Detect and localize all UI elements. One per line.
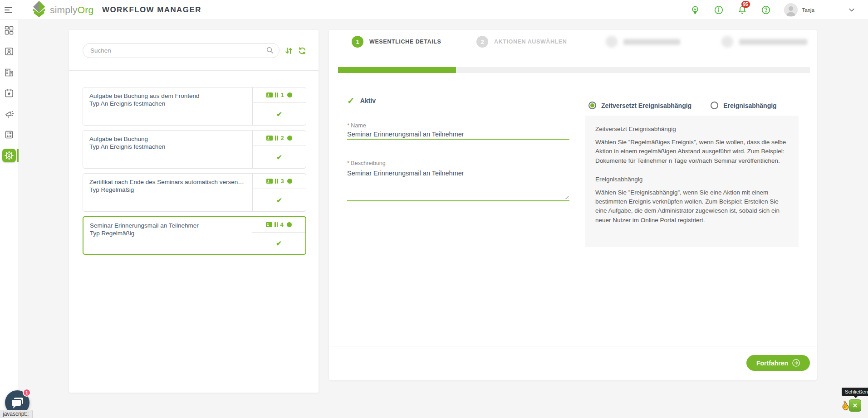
id-card-icon — [266, 222, 272, 227]
logo-diamond-icon — [30, 0, 48, 19]
radio-icon — [711, 102, 718, 109]
workflow-number: 2 — [280, 135, 284, 141]
workflow-title: Seminar Erinnerungsmail an Teilnehmer — [90, 222, 248, 229]
avatar — [784, 3, 798, 17]
workflow-card-selected[interactable]: Seminar Erinnerungsmail an Teilnehmer Ty… — [83, 216, 306, 255]
workflow-type: Typ Regelmäßig — [89, 186, 249, 193]
calculator-icon — [5, 130, 14, 139]
radio-zeitversetzt[interactable]: Zeitversetzt Ereignisabhängig — [588, 102, 691, 109]
step-blurred-3[interactable] — [606, 36, 680, 48]
workflow-card[interactable]: Aufgabe bei Buchung aus dem Frontend Typ… — [83, 87, 306, 126]
page-title: WORKFLOW MANAGER — [102, 0, 201, 20]
close-button[interactable]: ✕ — [849, 399, 861, 412]
check-icon: ✔ — [253, 189, 306, 211]
id-card-icon — [266, 136, 273, 141]
lightbulb-icon[interactable] — [690, 5, 701, 15]
company-icon — [5, 68, 14, 77]
step-essential-details[interactable]: 1 WESENTLICHE DETAILS — [352, 36, 441, 48]
user-menu[interactable]: Tanja — [784, 3, 815, 17]
step-blurred-4[interactable] — [721, 36, 807, 48]
info-section-text: Wählen Sie ”Regelmäßiges Ereignis”, wenn… — [595, 138, 789, 165]
resize-handle-icon[interactable] — [564, 194, 569, 199]
step-label-blurred — [623, 39, 680, 45]
step-label-blurred — [739, 39, 807, 45]
continue-label: Fortfahren — [756, 360, 788, 367]
radio-label: Ereignisabhängig — [723, 102, 776, 109]
sidebar-item-workflow-active[interactable] — [0, 145, 18, 166]
chat-unread-badge: 1 — [23, 389, 31, 397]
sidebar-item-billing[interactable] — [0, 124, 18, 145]
bars-icon — [275, 222, 278, 227]
id-card-icon — [266, 92, 273, 97]
user-name: Tanja — [802, 7, 815, 13]
workflow-type: Typ An Ereignis festmachen — [89, 100, 249, 107]
sort-icon[interactable] — [285, 47, 293, 54]
info-section-title: Ereignisabhängig — [595, 176, 789, 183]
bars-icon — [275, 92, 278, 97]
description-field-label: * Beschreibung — [347, 160, 386, 166]
calendar-star-icon — [5, 88, 14, 97]
workflow-type: Typ An Ereignis festmachen — [89, 143, 249, 150]
bars-icon — [275, 136, 278, 141]
step-number: 2 — [476, 36, 488, 48]
workflow-card-text: Aufgabe bei Buchung Typ An Ereignis fest… — [83, 131, 252, 168]
sidebar-item-dashboard[interactable] — [0, 20, 18, 41]
status-dot — [287, 222, 292, 227]
workflow-card-status: 4 ✔ — [252, 217, 305, 254]
workflow-list-panel: Aufgabe bei Buchung aus dem Frontend Typ… — [69, 30, 319, 393]
workflow-card-text: Zertifikat nach Ende des Seminars automa… — [83, 174, 252, 211]
info-icon[interactable] — [713, 5, 724, 15]
continue-button[interactable]: Fortfahren — [746, 355, 810, 371]
refresh-icon[interactable] — [298, 47, 306, 54]
workflow-badge: 1 — [253, 87, 306, 103]
footer-divider — [329, 346, 817, 346]
workflow-badge: 3 — [253, 174, 306, 189]
close-tooltip: Schließen — [842, 388, 868, 396]
search-input[interactable] — [83, 43, 280, 58]
check-icon: ✓ — [347, 96, 355, 105]
status-dot — [287, 179, 292, 184]
info-section-title: Zeitversetzt Ereignisabhängig — [595, 126, 789, 132]
workflow-manager-app: simplyOrg WORKFLOW MANAGER 95 — [0, 0, 868, 418]
status-dot — [287, 136, 292, 141]
menu-toggle-icon[interactable] — [5, 6, 14, 14]
description-value: Seminar Erinnerungsmail an Teilnehmer — [347, 170, 464, 177]
step-label: WESENTLICHE DETAILS — [369, 39, 441, 45]
workflow-title: Aufgabe bei Buchung — [89, 136, 249, 142]
active-label: Aktiv — [360, 97, 376, 104]
sidebar-item-events[interactable] — [0, 83, 18, 103]
progress-fill — [338, 67, 456, 73]
workflow-card-text: Seminar Erinnerungsmail an Teilnehmer Ty… — [83, 217, 252, 254]
browser-status-bar: javascript:; — [0, 410, 33, 418]
contacts-icon — [5, 47, 14, 56]
active-toggle[interactable]: ✓ Aktiv — [347, 96, 376, 105]
description-textarea[interactable]: Seminar Erinnerungsmail an Teilnehmer — [347, 166, 569, 201]
sidebar-item-company[interactable] — [0, 62, 18, 83]
bell-icon[interactable]: 95 — [737, 5, 748, 15]
trigger-type-radio-group: Zeitversetzt Ereignisabhängig Ereignisab… — [588, 102, 777, 109]
help-icon[interactable] — [760, 5, 771, 15]
chevron-down-icon[interactable] — [849, 8, 854, 12]
search-icon — [266, 47, 274, 56]
sidebar-item-marketing[interactable] — [0, 103, 18, 124]
top-bar: simplyOrg WORKFLOW MANAGER 95 — [0, 0, 868, 20]
workflow-type: Typ Regelmäßig — [90, 230, 248, 237]
radio-label: Zeitversetzt Ereignisabhängig — [601, 102, 691, 109]
id-card-icon — [266, 179, 273, 184]
sidebar-item-contacts[interactable] — [0, 41, 18, 62]
step-number — [721, 36, 733, 48]
name-input[interactable]: Seminar Erinnerungsmail an Teilnehmer — [347, 128, 569, 140]
workflow-card[interactable]: Zertifikat nach Ende des Seminars automa… — [83, 173, 306, 212]
workflow-card-text: Aufgabe bei Buchung aus dem Frontend Typ… — [83, 87, 252, 125]
step-choose-actions[interactable]: 2 AKTIONEN AUSWÄHLEN — [476, 36, 567, 48]
workflow-card-status: 1 ✔ — [252, 87, 306, 125]
check-icon: ✔ — [253, 146, 306, 168]
check-icon: ✔ — [253, 103, 306, 125]
search-box — [83, 43, 280, 58]
icon-sidebar — [0, 20, 18, 418]
radio-icon — [588, 102, 596, 109]
workflow-title: Zertifikat nach Ende des Seminars automa… — [89, 179, 249, 185]
workflow-card-status: 2 ✔ — [252, 131, 306, 168]
radio-ereignisabhaengig[interactable]: Ereignisabhängig — [711, 102, 776, 109]
workflow-card[interactable]: Aufgabe bei Buchung Typ An Ereignis fest… — [83, 130, 306, 169]
